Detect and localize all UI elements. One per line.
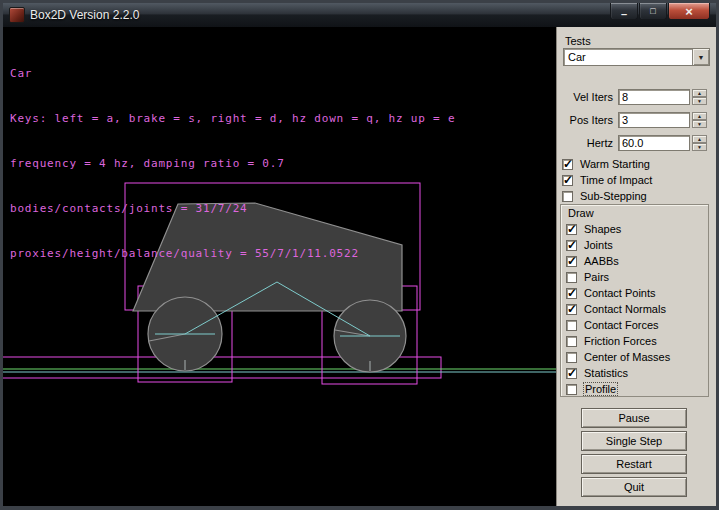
checkbox-label: Warm Starting [580, 158, 650, 170]
pos-iters-label: Pos Iters [561, 114, 613, 126]
hertz-spinner: ▲ ▼ [692, 135, 707, 151]
checkbox-box[interactable] [566, 256, 577, 267]
simulation-canvas[interactable]: Car Keys: left = a, brake = s, right = d… [3, 27, 556, 506]
debug-line-proxies: proxies/height/balance/quality = 55/7/1/… [10, 246, 455, 261]
checkbox-box[interactable] [566, 368, 577, 379]
checkbox-label: Shapes [584, 223, 621, 235]
spin-up-icon[interactable]: ▲ [692, 89, 707, 97]
debug-text-block: Car Keys: left = a, brake = s, right = d… [10, 36, 455, 291]
checkbox-label: Joints [584, 239, 613, 251]
checkbox-label: Contact Normals [584, 303, 666, 315]
vel-iters-spinner: ▲ ▼ [692, 89, 707, 105]
checkbox-box[interactable] [562, 159, 573, 170]
checkbox-box[interactable] [566, 352, 577, 363]
checkbox-box[interactable] [562, 191, 573, 202]
title-bar[interactable]: Box2D Version 2.2.0 – □ × [3, 3, 716, 27]
checkbox-box[interactable] [566, 320, 577, 331]
checkbox-label: Center of Masses [584, 351, 670, 363]
button-label: Quit [624, 481, 644, 493]
checkbox-label: Statistics [584, 367, 628, 379]
app-icon [9, 7, 25, 23]
checkbox-box[interactable] [566, 336, 577, 347]
checkbox-box[interactable] [566, 288, 577, 299]
pause-button[interactable]: Pause [581, 408, 687, 428]
pos-iters-row: Pos Iters 3 ▲ ▼ [561, 112, 713, 129]
spin-up-icon[interactable]: ▲ [692, 135, 707, 143]
hertz-input[interactable]: 60.0 [618, 135, 690, 151]
tests-dropdown[interactable]: Car ▼ [563, 48, 710, 66]
hertz-row: Hertz 60.0 ▲ ▼ [561, 135, 713, 152]
checkbox-label: Time of Impact [580, 174, 652, 186]
debug-line-title: Car [10, 66, 455, 81]
checkbox-box[interactable] [566, 240, 577, 251]
spin-up-icon[interactable]: ▲ [692, 112, 707, 120]
vel-iters-label: Vel Iters [561, 91, 613, 103]
chevron-down-icon: ▼ [698, 54, 705, 61]
checkbox-label: Sub-Stepping [580, 190, 647, 202]
checkbox-label: AABBs [584, 255, 619, 267]
checkbox-label: Pairs [584, 271, 609, 283]
tests-dropdown-value: Car [564, 51, 692, 63]
tests-label: Tests [565, 35, 591, 47]
pos-iters-input[interactable]: 3 [618, 112, 690, 128]
close-icon: × [685, 5, 693, 18]
checkbox-box[interactable] [562, 175, 573, 186]
close-button[interactable]: × [668, 3, 710, 20]
debug-line-frequency: frequency = 4 hz, damping ratio = 0.7 [10, 156, 455, 171]
debug-line-keys: Keys: left = a, brake = s, right = d, hz… [10, 111, 455, 126]
checkbox-box[interactable] [566, 224, 577, 235]
pos-iters-spinner: ▲ ▼ [692, 112, 707, 128]
debug-line-bodies: bodies/contacts/joints = 31/7/24 [10, 201, 455, 216]
maximize-button[interactable]: □ [639, 3, 667, 20]
button-label: Restart [616, 458, 651, 470]
checkbox-box[interactable] [566, 384, 577, 395]
vel-iters-row: Vel Iters 8 ▲ ▼ [561, 89, 713, 106]
minimize-icon: – [621, 9, 627, 20]
control-panel: Tests Car ▼ Vel Iters 8 ▲ ▼ Pos Iters 3 … [556, 27, 716, 506]
checkbox-box[interactable] [566, 272, 577, 283]
checkbox-box[interactable] [566, 304, 577, 315]
draw-group-label: Draw [568, 207, 594, 219]
app-window: Box2D Version 2.2.0 – □ × [0, 0, 719, 510]
checkbox-label: Contact Points [584, 287, 656, 299]
button-label: Single Step [606, 435, 662, 447]
restart-button[interactable]: Restart [581, 454, 687, 474]
quit-button[interactable]: Quit [581, 477, 687, 497]
window-controls: – □ × [609, 3, 710, 20]
dropdown-arrow-button[interactable]: ▼ [692, 49, 709, 65]
minimize-button[interactable]: – [610, 3, 638, 20]
checkbox-label: Profile [584, 383, 617, 395]
window-title: Box2D Version 2.2.0 [30, 8, 139, 22]
hertz-label: Hertz [561, 137, 613, 149]
spin-down-icon[interactable]: ▼ [692, 97, 707, 105]
checkbox-label: Friction Forces [584, 335, 657, 347]
button-label: Pause [618, 412, 649, 424]
spin-down-icon[interactable]: ▼ [692, 143, 707, 151]
vel-iters-input[interactable]: 8 [618, 89, 690, 105]
single-step-button[interactable]: Single Step [581, 431, 687, 451]
maximize-icon: □ [650, 7, 655, 16]
checkbox-label: Contact Forces [584, 319, 659, 331]
draw-group: Draw Shapes Joints AABBs Pairs Contact P… [560, 204, 709, 397]
spin-down-icon[interactable]: ▼ [692, 120, 707, 128]
